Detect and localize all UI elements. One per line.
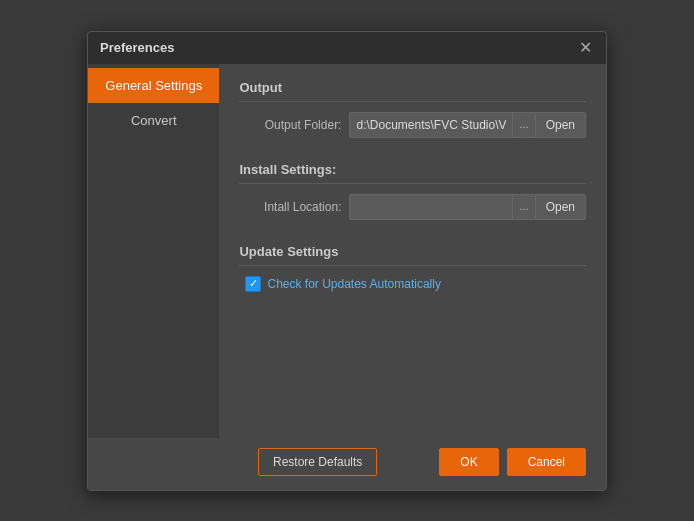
main-content: Output Output Folder: ... Open Install S… [219,64,606,438]
ok-button[interactable]: OK [439,448,498,476]
install-location-row: Intall Location: ... Open [239,194,586,220]
auto-update-checkbox[interactable]: ✓ [245,276,261,292]
output-folder-open-button[interactable]: Open [535,112,586,138]
auto-update-checkbox-wrap[interactable]: ✓ Check for Updates Automatically [245,276,440,292]
bottom-area: Restore Defaults OK Cancel [88,438,606,490]
title-bar: Preferences ✕ [88,32,606,64]
cancel-button[interactable]: Cancel [507,448,586,476]
footer-right: OK Cancel [439,448,586,476]
output-folder-dots-button[interactable]: ... [512,112,534,138]
output-section: Output Output Folder: ... Open [239,80,586,146]
install-location-input[interactable] [349,194,512,220]
install-divider [239,183,586,184]
sidebar-item-general-settings[interactable]: General Settings [88,68,219,103]
output-section-title: Output [239,80,586,95]
install-location-label: Intall Location: [239,200,349,214]
footer: Restore Defaults OK Cancel [88,438,606,490]
install-location-dots-button[interactable]: ... [512,194,534,220]
sidebar: General Settings Convert [88,64,219,438]
install-section: Install Settings: Intall Location: ... O… [239,162,586,228]
auto-update-label: Check for Updates Automatically [267,277,440,291]
output-folder-label: Output Folder: [239,118,349,132]
output-divider [239,101,586,102]
restore-defaults-button[interactable]: Restore Defaults [258,448,377,476]
dialog-body: General Settings Convert Output Output F… [88,64,606,438]
update-divider [239,265,586,266]
output-folder-input-wrap: ... Open [349,112,586,138]
install-location-input-wrap: ... Open [349,194,586,220]
update-section-title: Update Settings [239,244,586,259]
output-folder-row: Output Folder: ... Open [239,112,586,138]
sidebar-item-convert[interactable]: Convert [88,103,219,138]
auto-update-row: ✓ Check for Updates Automatically [239,276,586,292]
update-section: Update Settings ✓ Check for Updates Auto… [239,244,586,292]
checkmark-icon: ✓ [249,278,258,289]
preferences-dialog: Preferences ✕ General Settings Convert O… [87,31,607,491]
output-folder-input[interactable] [349,112,512,138]
dialog-title: Preferences [100,40,174,55]
close-button[interactable]: ✕ [577,40,594,56]
install-section-title: Install Settings: [239,162,586,177]
install-location-open-button[interactable]: Open [535,194,586,220]
